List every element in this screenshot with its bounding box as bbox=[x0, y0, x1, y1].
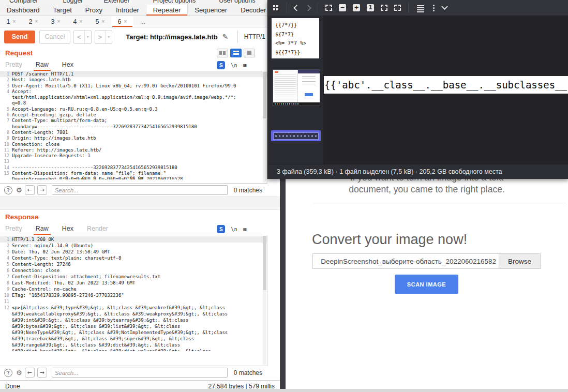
history-forward-button[interactable]: > ▾ bbox=[95, 30, 113, 44]
repeater-tab-2[interactable]: 2× bbox=[22, 16, 44, 27]
request-editor[interactable]: 1POST /scanner HTTP/1.12Host: images.lat… bbox=[0, 71, 267, 183]
request-tab-raw[interactable]: Raw bbox=[36, 61, 49, 71]
line-number bbox=[0, 323, 12, 329]
panel-splitter[interactable] bbox=[0, 197, 280, 210]
request-title: Request bbox=[5, 49, 33, 57]
tab-target[interactable]: Target bbox=[47, 5, 79, 16]
help-icon[interactable]: ? bbox=[4, 186, 12, 194]
edit-target-pencil-icon[interactable]: ✎ bbox=[222, 33, 229, 41]
close-tab-icon[interactable]: × bbox=[35, 19, 38, 24]
code-line: 4Content-Type: text/plain; charset=utf-8 bbox=[0, 255, 267, 261]
dropdown-caret-icon[interactable]: ▾ bbox=[84, 31, 91, 43]
tab-dashboard[interactable]: Dashboard bbox=[0, 5, 47, 16]
line-text: Content-Length: 7801 bbox=[12, 130, 68, 135]
tab-repeater[interactable]: Repeater bbox=[146, 5, 188, 16]
top-tab-logger[interactable]: Logger bbox=[63, 0, 83, 4]
search-input[interactable]: Search... bbox=[52, 368, 228, 378]
http-version-selector[interactable]: HTTP/1 bbox=[237, 31, 266, 43]
help-icon[interactable]: ? bbox=[4, 369, 12, 377]
request-scrollbar[interactable] bbox=[263, 72, 266, 183]
code-line: &#39;bytes&#39;&gt;, &lt;class &#39;list… bbox=[0, 323, 267, 329]
fit-width-icon[interactable] bbox=[394, 5, 401, 11]
response-search-bar: ? ⚙ ← → Search... 0 matches bbox=[0, 366, 267, 379]
browse-button[interactable]: Browse bbox=[499, 254, 540, 268]
viewer-status-bar: 3 файла (359,3 kB) · 1 файл выделен (7,5… bbox=[268, 164, 568, 179]
search-prev-button[interactable]: ← bbox=[25, 368, 35, 378]
forward-icon[interactable] bbox=[305, 5, 311, 11]
response-tab-raw[interactable]: Raw bbox=[36, 225, 49, 235]
line-number: 4 bbox=[0, 89, 12, 95]
line-number: 1 bbox=[0, 236, 12, 243]
screenshot-thumbnail[interactable] bbox=[273, 69, 320, 106]
top-tab-comparer[interactable]: Comparer bbox=[9, 0, 38, 4]
actual-size-icon[interactable]: 1 bbox=[367, 4, 374, 11]
thumbnail-grid-icon[interactable] bbox=[273, 5, 275, 7]
layout-rows-button[interactable] bbox=[230, 49, 242, 57]
search-input[interactable]: Search... bbox=[52, 185, 228, 195]
gear-icon[interactable]: ⚙ bbox=[16, 369, 22, 376]
payload-text-thumbnail[interactable]: {{7*7}}${7*7}<%= 7*7 %>${{7*7}} bbox=[272, 18, 319, 58]
screenshot-thumb-content bbox=[273, 70, 320, 102]
layout-single-button[interactable] bbox=[244, 49, 255, 57]
code-line: 15Content-Disposition: form-data; name="… bbox=[0, 171, 267, 176]
cancel-button[interactable]: Cancel bbox=[39, 30, 70, 44]
syntax-highlight-icon[interactable]: S bbox=[217, 225, 225, 233]
page-title: Convert your image now! bbox=[312, 232, 467, 248]
request-tab-pretty[interactable]: Pretty bbox=[5, 61, 22, 71]
tab-intruder[interactable]: Intruder bbox=[109, 5, 146, 16]
close-tab-icon[interactable]: × bbox=[57, 19, 61, 24]
top-tab-user-options[interactable]: User options bbox=[219, 0, 255, 4]
repeater-tab-1[interactable]: 1× bbox=[0, 16, 22, 27]
chevron-down-icon[interactable] bbox=[441, 3, 448, 10]
zoom-in-icon[interactable]: + bbox=[353, 4, 360, 11]
show-newlines-icon[interactable]: \n bbox=[231, 63, 237, 68]
search-prev-button[interactable]: ← bbox=[25, 185, 35, 195]
repeater-overflow-tab[interactable]: ... bbox=[133, 16, 152, 27]
back-icon[interactable] bbox=[293, 5, 300, 11]
repeater-tab-6[interactable]: 6× bbox=[111, 16, 133, 27]
file-upload-input[interactable]: DeepinScreenshot_выберите-область_202206… bbox=[312, 253, 541, 269]
line-number: 1 bbox=[0, 71, 12, 77]
editor-menu-icon[interactable]: ≡ bbox=[243, 225, 247, 233]
editor-menu-icon[interactable]: ≡ bbox=[243, 62, 247, 69]
viewer-main-area[interactable]: {{'abc'.__class__.__base__.__subclasses_… bbox=[324, 16, 568, 164]
response-scrollbar[interactable] bbox=[263, 236, 266, 365]
code-line: 13 bbox=[0, 159, 267, 164]
close-tab-icon[interactable]: × bbox=[102, 19, 105, 24]
line-number bbox=[0, 329, 12, 336]
send-button[interactable]: Send bbox=[4, 31, 35, 43]
close-tab-icon[interactable]: × bbox=[80, 19, 83, 24]
more-options-icon[interactable] bbox=[433, 7, 435, 9]
top-tab-project-options[interactable]: Project options bbox=[153, 0, 196, 4]
line-text: Upgrade-Insecure-Requests: 1 bbox=[12, 153, 91, 159]
fullscreen-icon[interactable] bbox=[381, 5, 387, 11]
response-tab-hex[interactable]: Hex bbox=[62, 225, 73, 235]
repeater-tab-5[interactable]: 5× bbox=[89, 16, 111, 27]
search-next-button[interactable]: → bbox=[37, 368, 47, 378]
code-line: 6Accept-Encoding: gzip, deflate bbox=[0, 112, 267, 118]
response-tab-pretty[interactable]: Pretty bbox=[5, 225, 22, 235]
zoom-out-icon[interactable]: − bbox=[339, 4, 346, 11]
repeater-tab-4[interactable]: 4× bbox=[67, 16, 89, 27]
show-newlines-icon[interactable]: \n bbox=[231, 227, 237, 232]
history-back-button[interactable]: < ▾ bbox=[73, 30, 92, 44]
response-editor[interactable]: 1HTTP/1.1 200 OK2Server: nginx/1.14.0 (U… bbox=[0, 235, 267, 366]
response-tab-render[interactable]: Render bbox=[87, 225, 108, 235]
gear-icon[interactable]: ⚙ bbox=[16, 186, 22, 194]
close-tab-icon[interactable]: × bbox=[13, 19, 16, 24]
dropdown-caret-icon[interactable]: ▾ bbox=[105, 31, 112, 43]
request-tab-hex[interactable]: Hex bbox=[62, 61, 73, 71]
search-next-button[interactable]: → bbox=[37, 185, 47, 195]
close-tab-icon[interactable]: × bbox=[124, 19, 127, 24]
top-tab-extender[interactable]: Extender bbox=[104, 0, 130, 4]
selected-strip-thumbnail[interactable] bbox=[271, 130, 321, 141]
fit-to-window-icon[interactable] bbox=[325, 5, 332, 11]
repeater-tab-3[interactable]: 3× bbox=[44, 16, 67, 27]
list-view-icon[interactable] bbox=[417, 7, 424, 8]
layout-columns-button[interactable] bbox=[217, 49, 228, 57]
syntax-highlight-icon[interactable]: S bbox=[217, 61, 225, 69]
code-line: 2Server: nginx/1.14.0 (Ubuntu) bbox=[0, 243, 267, 249]
scan-image-button[interactable]: SCAN IMAGE bbox=[395, 275, 458, 294]
tab-proxy[interactable]: Proxy bbox=[79, 5, 109, 16]
tab-sequencer[interactable]: Sequencer bbox=[188, 5, 234, 16]
